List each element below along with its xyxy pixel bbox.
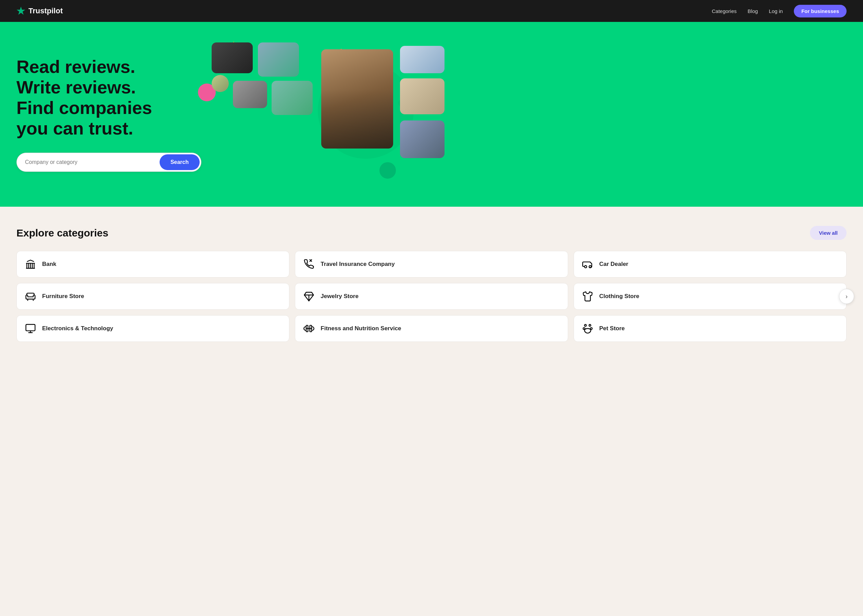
deco-small-circle xyxy=(380,162,396,179)
category-card-travel-insurance[interactable]: Travel Insurance Company xyxy=(295,251,568,278)
logo-star-icon: ★ xyxy=(16,5,25,17)
category-card-pet[interactable]: Pet Store xyxy=(573,315,847,342)
category-label-car-dealer: Car Dealer xyxy=(599,261,628,268)
category-label-furniture: Furniture Store xyxy=(42,293,84,300)
hero-heading: Read reviews. Write reviews. Find compan… xyxy=(16,57,208,138)
category-label-pet: Pet Store xyxy=(599,325,625,332)
hero-collage: ★ + xyxy=(208,42,847,186)
collage-tile-5 xyxy=(400,46,444,73)
logo[interactable]: ★ Trustpilot xyxy=(16,5,63,17)
category-card-car-dealer[interactable]: Car Dealer xyxy=(573,251,847,278)
categories-section: Explore categories View all BankTravel I… xyxy=(0,207,863,353)
collage-tile-4 xyxy=(272,81,313,115)
category-card-fitness[interactable]: Fitness and Nutrition Service xyxy=(295,315,568,342)
jewelry-icon xyxy=(304,291,314,302)
category-label-travel-insurance: Travel Insurance Company xyxy=(321,261,395,268)
svg-rect-2 xyxy=(26,324,35,331)
category-label-fitness: Fitness and Nutrition Service xyxy=(321,325,401,332)
collage-tile-2 xyxy=(258,42,299,77)
collage-tile-main xyxy=(321,49,393,149)
categories-title: Explore categories xyxy=(16,227,108,239)
hero-heading-line1: Read reviews. xyxy=(16,57,135,77)
furniture-icon xyxy=(25,291,36,302)
hero-section: Read reviews. Write reviews. Find compan… xyxy=(0,22,863,207)
hero-heading-line4: you can trust. xyxy=(16,118,133,138)
category-label-bank: Bank xyxy=(42,261,57,268)
car-icon xyxy=(582,259,593,270)
collage-tile-3 xyxy=(233,81,267,108)
hero-left: Read reviews. Write reviews. Find compan… xyxy=(16,57,208,171)
category-label-jewelry: Jewelry Store xyxy=(321,293,359,300)
category-label-electronics: Electronics & Technology xyxy=(42,325,113,332)
view-all-label: View all xyxy=(819,230,838,236)
category-card-jewelry[interactable]: Jewelry Store xyxy=(295,283,568,310)
search-bar: Search xyxy=(16,152,202,172)
nav-categories-link[interactable]: Categories xyxy=(712,8,737,14)
navbar: ★ Trustpilot Categories Blog Log in For … xyxy=(0,0,863,22)
search-button[interactable]: Search xyxy=(160,154,200,170)
categories-grid: BankTravel Insurance CompanyCar DealerFu… xyxy=(16,251,847,342)
collage-tile-small xyxy=(212,75,229,92)
scroll-right-arrow[interactable]: › xyxy=(839,289,854,304)
bank-icon xyxy=(25,259,36,270)
category-card-electronics[interactable]: Electronics & Technology xyxy=(16,315,290,342)
category-label-clothing: Clothing Store xyxy=(599,293,639,300)
nav-blog-link[interactable]: Blog xyxy=(748,8,758,14)
svg-point-0 xyxy=(584,266,587,268)
categories-header: Explore categories View all xyxy=(16,226,847,240)
fitness-icon xyxy=(304,323,314,334)
category-card-bank[interactable]: Bank xyxy=(16,251,290,278)
logo-text: Trustpilot xyxy=(28,6,63,16)
for-businesses-button[interactable]: For businesses xyxy=(794,5,847,17)
electronics-icon xyxy=(25,323,36,334)
collage-tile-1 xyxy=(212,42,253,73)
collage-tile-7 xyxy=(400,121,444,158)
pet-icon xyxy=(582,323,593,334)
nav-right: Categories Blog Log in For businesses xyxy=(712,5,847,17)
view-all-button[interactable]: View all xyxy=(810,226,847,240)
collage-tile-6 xyxy=(400,79,444,114)
svg-point-6 xyxy=(589,324,591,326)
hero-heading-line3: Find companies xyxy=(16,98,152,118)
search-input[interactable] xyxy=(17,153,158,171)
nav-login-link[interactable]: Log in xyxy=(769,8,783,14)
category-card-clothing[interactable]: Clothing Store xyxy=(573,283,847,310)
travel-icon xyxy=(304,259,314,270)
clothing-icon xyxy=(582,291,593,302)
svg-point-5 xyxy=(584,324,586,326)
category-card-furniture[interactable]: Furniture Store xyxy=(16,283,290,310)
svg-point-1 xyxy=(589,266,591,268)
hero-heading-line2: Write reviews. xyxy=(16,77,136,97)
